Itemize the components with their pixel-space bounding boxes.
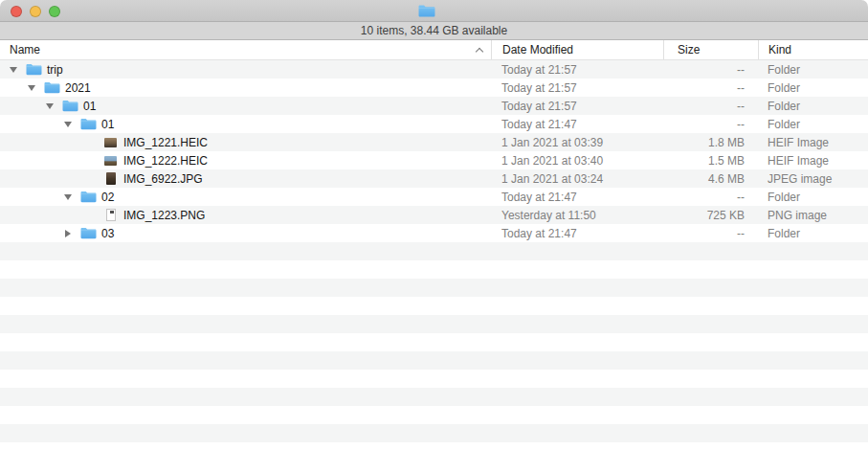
table-row[interactable]: IMG_1221.HEIC1 Jan 2021 at 03:391.8 MBHE… [0, 133, 868, 151]
name-cell: trip [0, 60, 491, 79]
folder-icon [62, 99, 78, 113]
folder-icon [80, 190, 97, 204]
date-modified-cell: Today at 21:57 [491, 79, 663, 97]
file-name-label: IMG_1221.HEIC [123, 136, 208, 149]
column-header-size[interactable]: Size [663, 40, 758, 59]
table-row[interactable]: 02Today at 21:47--Folder [0, 188, 868, 206]
name-cell: 01 [0, 97, 491, 115]
kind-cell: Folder [758, 79, 868, 97]
table-row[interactable]: IMG_1222.HEIC1 Jan 2021 at 03:401.5 MBHE… [0, 151, 868, 169]
kind-cell: Folder [758, 188, 868, 206]
kind-cell: Folder [758, 115, 868, 133]
date-modified-cell: Today at 21:47 [491, 224, 663, 242]
size-cell: -- [663, 115, 758, 133]
file-name-label: trip [47, 63, 63, 77]
folder-icon [26, 62, 42, 77]
date-modified-cell: 1 Jan 2021 at 03:40 [491, 151, 663, 169]
size-cell: -- [663, 188, 758, 206]
size-cell: 1.5 MB [663, 151, 758, 169]
column-header-date-label: Date Modified [502, 43, 573, 56]
finder-window: 10 items, 38.44 GB available Name Date M… [0, 0, 868, 450]
disclosure-slot[interactable] [8, 67, 18, 73]
photo-thumbnail-portrait [102, 171, 119, 186]
close-button[interactable] [11, 6, 22, 17]
size-cell: 1.8 MB [663, 133, 758, 151]
disclosure-slot[interactable] [62, 122, 73, 127]
folder-icon [80, 226, 97, 240]
size-cell: -- [663, 79, 758, 97]
size-cell: -- [663, 97, 758, 115]
table-row[interactable]: 03Today at 21:47--Folder [0, 224, 868, 242]
name-cell: 2021 [0, 79, 491, 97]
table-row[interactable]: 2021Today at 21:57--Folder [0, 79, 868, 97]
png-thumbnail [102, 208, 119, 222]
name-cell: IMG_1221.HEIC [0, 133, 491, 151]
disclosure-triangle-expanded-icon[interactable] [64, 122, 72, 127]
size-cell: -- [663, 60, 758, 79]
file-name-label: IMG_6922.JPG [123, 172, 203, 186]
column-header-name[interactable]: Name [0, 40, 491, 59]
name-cell: 01 [0, 115, 491, 133]
photo-thumbnail-landscape-2 [102, 153, 119, 168]
date-modified-cell: Yesterday at 11:50 [491, 206, 663, 224]
column-header-kind[interactable]: Kind [758, 40, 868, 59]
folder-proxy-icon[interactable] [418, 4, 435, 18]
name-cell: IMG_6922.JPG [0, 169, 491, 188]
minimize-button[interactable] [30, 6, 41, 17]
status-text: 10 items, 38.44 GB available [361, 24, 507, 37]
column-header-name-label: Name [10, 43, 40, 56]
photo-thumbnail-landscape-1 [102, 135, 119, 149]
file-name-label: 01 [83, 100, 96, 113]
folder-icon [80, 117, 97, 131]
date-modified-cell: 1 Jan 2021 at 03:24 [491, 169, 663, 188]
kind-cell: PNG image [758, 206, 868, 224]
name-cell: IMG_1222.HEIC [0, 151, 491, 169]
file-name-label: 01 [101, 118, 114, 131]
traffic-lights [11, 6, 60, 17]
sort-ascending-icon [476, 47, 483, 55]
kind-cell: HEIF Image [758, 133, 868, 151]
kind-cell: JPEG image [758, 169, 868, 188]
disclosure-slot[interactable] [62, 230, 73, 237]
empty-area [0, 242, 868, 449]
name-cell: IMG_1223.PNG [0, 206, 491, 224]
disclosure-slot[interactable] [62, 194, 73, 200]
file-name-label: IMG_1223.PNG [123, 209, 205, 222]
size-cell: -- [663, 224, 758, 242]
file-name-label: IMG_1222.HEIC [123, 154, 208, 168]
table-row[interactable]: IMG_6922.JPG1 Jan 2021 at 03:244.6 MBJPE… [0, 169, 868, 188]
date-modified-cell: 1 Jan 2021 at 03:39 [491, 133, 663, 151]
table-row[interactable]: 01Today at 21:47--Folder [0, 115, 868, 133]
name-cell: 02 [0, 188, 491, 206]
folder-icon [44, 80, 60, 95]
kind-cell: Folder [758, 60, 868, 79]
file-name-label: 02 [101, 191, 114, 204]
table-row[interactable]: tripToday at 21:57--Folder [0, 60, 868, 79]
date-modified-cell: Today at 21:47 [491, 188, 663, 206]
disclosure-slot[interactable] [44, 103, 55, 109]
column-header-kind-label: Kind [768, 43, 791, 56]
table-row[interactable]: 01Today at 21:57--Folder [0, 97, 868, 115]
column-header-size-label: Size [678, 43, 700, 56]
date-modified-cell: Today at 21:47 [491, 115, 663, 133]
disclosure-triangle-expanded-icon[interactable] [46, 103, 54, 109]
zoom-button[interactable] [49, 6, 60, 17]
disclosure-triangle-collapsed-icon[interactable] [65, 230, 71, 237]
disclosure-slot[interactable] [26, 85, 36, 91]
name-cell: 03 [0, 224, 491, 242]
table-row[interactable]: IMG_1223.PNGYesterday at 11:50725 KBPNG … [0, 206, 868, 224]
disclosure-triangle-expanded-icon[interactable] [64, 194, 72, 200]
disclosure-triangle-expanded-icon[interactable] [10, 67, 17, 73]
date-modified-cell: Today at 21:57 [491, 97, 663, 115]
title-bar[interactable] [0, 0, 868, 22]
disclosure-triangle-expanded-icon[interactable] [28, 85, 35, 91]
size-cell: 725 KB [663, 206, 758, 224]
kind-cell: Folder [758, 97, 868, 115]
column-header-date-modified[interactable]: Date Modified [491, 40, 663, 59]
status-bar: 10 items, 38.44 GB available [0, 22, 868, 40]
column-header-row: Name Date Modified Size Kind [0, 40, 868, 60]
date-modified-cell: Today at 21:57 [491, 60, 663, 79]
file-name-label: 2021 [65, 81, 91, 95]
kind-cell: HEIF Image [758, 151, 868, 169]
file-list: tripToday at 21:57--Folder2021Today at 2… [0, 60, 868, 242]
